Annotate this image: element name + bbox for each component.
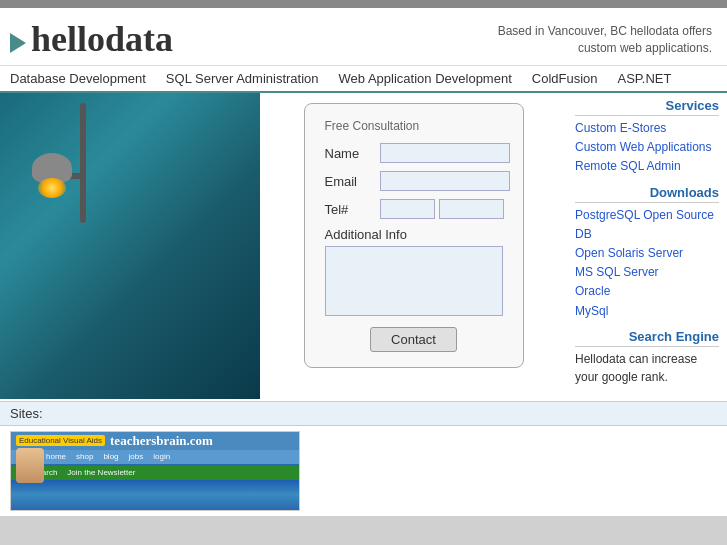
name-label: Name — [325, 146, 380, 161]
tb-top-bar: Educational Visual Aids teachersbrain.co… — [11, 432, 299, 450]
main-content: Free Consultation Name Email Tel# Additi… — [0, 93, 727, 399]
tb-nav-jobs: jobs — [129, 452, 144, 461]
addinfo-textarea[interactable] — [325, 246, 503, 316]
consultation-title: Free Consultation — [325, 119, 503, 133]
logo-text: hellodata — [31, 18, 173, 60]
downloads-title: Downloads — [575, 185, 719, 203]
tb-avatar-face — [16, 448, 44, 483]
addinfo-section: Additional Info — [325, 227, 503, 319]
search-engine-title: Search Engine — [575, 329, 719, 347]
sidebar-link-webapps[interactable]: Custom Web Applications — [575, 138, 719, 157]
services-title: Services — [575, 98, 719, 116]
bottom-strip: Sites: — [0, 401, 727, 426]
nav-item-coldfusion[interactable]: ColdFusion — [532, 71, 598, 86]
addinfo-label: Additional Info — [325, 227, 407, 242]
sidebar-link-postgresql[interactable]: PostgreSQL Open Source DB — [575, 206, 719, 244]
teachersbrain-preview[interactable]: Educational Visual Aids teachersbrain.co… — [10, 431, 300, 511]
tb-join-text: Join the Newsletter — [67, 468, 135, 477]
nav-item-database[interactable]: Database Development — [10, 71, 146, 86]
tb-badge: Educational Visual Aids — [16, 435, 105, 446]
top-bar — [0, 0, 727, 8]
sidebar-link-oracle[interactable]: Oracle — [575, 282, 719, 301]
header: hellodata Based in Vancouver, BC helloda… — [0, 8, 727, 65]
nav-item-web[interactable]: Web Application Development — [339, 71, 512, 86]
sidebar-link-mssql[interactable]: MS SQL Server — [575, 263, 719, 282]
tb-nav-blog: blog — [103, 452, 118, 461]
tel-input-1[interactable] — [380, 199, 435, 219]
email-label: Email — [325, 174, 380, 189]
sidebar-link-solaris[interactable]: Open Solaris Server — [575, 244, 719, 263]
nav: Database Development SQL Server Administ… — [0, 65, 727, 93]
tb-nav-bar: go.do home shop blog jobs login — [11, 450, 299, 464]
sidebar: Services Custom E-Stores Custom Web Appl… — [567, 93, 727, 399]
email-row: Email — [325, 171, 503, 191]
tb-logo-text: teachersbrain.com — [110, 433, 213, 449]
logo-triangle-icon — [10, 33, 26, 53]
sidebar-downloads-section: Downloads PostgreSQL Open Source DB Open… — [575, 185, 719, 321]
tb-nav-home: home — [46, 452, 66, 461]
tb-nav-shop: shop — [76, 452, 93, 461]
logo: hellodata — [10, 18, 173, 60]
email-input[interactable] — [380, 171, 510, 191]
tagline: Based in Vancouver, BC hellodata offers … — [482, 18, 712, 57]
sidebar-link-mysql[interactable]: MySql — [575, 302, 719, 321]
name-input[interactable] — [380, 143, 510, 163]
search-engine-text: Hellodata can increase your google rank. — [575, 352, 697, 384]
nav-item-aspnet[interactable]: ASP.NET — [618, 71, 672, 86]
tel-label: Tel# — [325, 202, 380, 217]
lamp-glow — [38, 178, 66, 198]
hero-image — [0, 93, 260, 399]
lamp-pole — [80, 103, 86, 223]
nav-item-sql[interactable]: SQL Server Administration — [166, 71, 319, 86]
tb-avatar — [16, 448, 44, 483]
center-form-area: Free Consultation Name Email Tel# Additi… — [260, 93, 567, 399]
page-wrapper: hellodata Based in Vancouver, BC helloda… — [0, 8, 727, 516]
sidebar-search-section: Search Engine Hellodata can increase you… — [575, 329, 719, 386]
sites-section: Educational Visual Aids teachersbrain.co… — [0, 426, 727, 516]
tb-green-bar: Site Search Join the Newsletter — [11, 466, 299, 480]
contact-button[interactable]: Contact — [370, 327, 457, 352]
consultation-box: Free Consultation Name Email Tel# Additi… — [304, 103, 524, 368]
sidebar-services-section: Services Custom E-Stores Custom Web Appl… — [575, 98, 719, 177]
sites-label: Sites: — [10, 406, 43, 421]
tel-row: Tel# — [325, 199, 503, 219]
tb-nav-login: login — [153, 452, 170, 461]
sidebar-link-estores[interactable]: Custom E-Stores — [575, 119, 719, 138]
sidebar-link-remotesql[interactable]: Remote SQL Admin — [575, 157, 719, 176]
name-row: Name — [325, 143, 503, 163]
tel-input-2[interactable] — [439, 199, 504, 219]
